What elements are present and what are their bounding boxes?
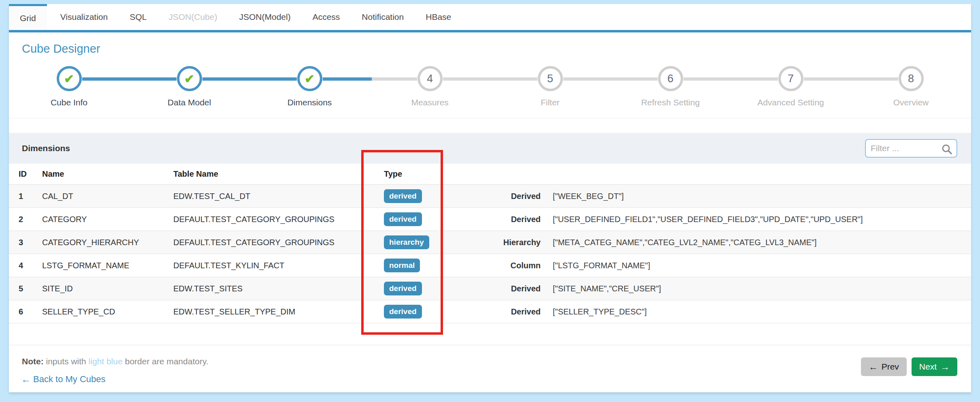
tab-json-model[interactable]: JSON(Model) [228, 4, 301, 30]
footer-divider [9, 345, 971, 345]
tab-bar: Grid Visualization SQL JSON(Cube) JSON(M… [9, 4, 971, 32]
row-kind: Derived [471, 307, 541, 316]
step-cube-info[interactable]: ✔ Cube Info [9, 66, 129, 107]
step-label: Measures [370, 98, 490, 107]
step-circle-upcoming[interactable]: 6 [658, 66, 683, 91]
step-circle-upcoming[interactable]: 7 [778, 66, 803, 91]
step-number: 8 [908, 73, 914, 85]
tab-notification[interactable]: Notification [351, 4, 415, 30]
table-row: 5 SITE_ID EDW.TEST_SITES derived Derived… [9, 277, 971, 300]
prev-button[interactable]: ← Prev [861, 357, 907, 376]
row-id: 4 [18, 261, 41, 270]
note-text-before: inputs with [44, 357, 89, 366]
back-to-my-cubes-link[interactable]: ← Back to My Cubes [21, 374, 106, 385]
dimensions-panel-header: Dimensions [9, 133, 971, 164]
wizard-stepper: ✔ Cube Info ✔ Data Model ✔ Dimensions 4 … [9, 66, 971, 107]
arrow-left-icon: ← [869, 361, 878, 372]
step-circle-upcoming[interactable]: 4 [418, 66, 443, 91]
step-label: Cube Info [9, 98, 129, 107]
step-number: 5 [547, 73, 553, 85]
row-table-name: EDW.TEST_CAL_DT [173, 192, 382, 201]
step-refresh-setting[interactable]: 6 Refresh Setting [610, 66, 731, 107]
row-kind: Derived [471, 192, 541, 201]
row-id: 1 [18, 192, 41, 201]
step-label: Advanced Setting [731, 98, 851, 107]
tab-sql[interactable]: SQL [119, 4, 158, 30]
type-badge: derived [384, 212, 422, 226]
header-id: ID [18, 169, 41, 179]
type-badge: normal [384, 259, 420, 272]
check-icon: ✔ [184, 72, 194, 86]
table-row: 3 CATEGORY_HIERARCHY DEFAULT.TEST_CATEGO… [9, 231, 971, 254]
tab-grid[interactable]: Grid [9, 4, 47, 30]
step-number: 4 [427, 73, 433, 85]
tab-access[interactable]: Access [302, 4, 351, 30]
next-button[interactable]: Next → [912, 357, 957, 376]
check-icon: ✔ [64, 72, 74, 86]
prev-button-label: Prev [882, 362, 899, 372]
row-columns: ["WEEK_BEG_DT"] [541, 192, 971, 201]
step-circle-done[interactable]: ✔ [57, 66, 82, 91]
table-row: 2 CATEGORY DEFAULT.TEST_CATEGORY_GROUPIN… [9, 208, 971, 231]
row-columns: ["SITE_NAME","CRE_USER"] [541, 284, 971, 293]
next-button-label: Next [919, 362, 937, 372]
step-dimensions[interactable]: ✔ Dimensions [249, 66, 370, 107]
check-icon: ✔ [305, 72, 315, 86]
row-table-name: DEFAULT.TEST_CATEGORY_GROUPINGS [173, 238, 382, 247]
row-name: CATEGORY_HIERARCHY [41, 238, 173, 247]
table-header-row: ID Name Table Name Type [9, 164, 971, 185]
row-name: SITE_ID [41, 284, 173, 293]
row-kind: Column [471, 261, 541, 270]
back-row: ← Back to My Cubes [9, 374, 971, 385]
tab-visualization[interactable]: Visualization [49, 4, 119, 30]
step-label: Data Model [129, 98, 249, 107]
header-table-name: Table Name [173, 169, 382, 179]
row-table-name: DEFAULT.TEST_KYLIN_FACT [173, 261, 382, 270]
row-table-name: EDW.TEST_SITES [173, 284, 382, 293]
step-filter[interactable]: 5 Filter [490, 66, 610, 107]
row-table-name: EDW.TEST_SELLER_TYPE_DIM [173, 307, 382, 316]
wizard-nav-buttons: ← Prev Next → [861, 357, 957, 376]
row-columns: ["LSTG_FORMAT_NAME"] [541, 261, 971, 270]
title-row: Cube Designer [9, 32, 971, 56]
row-kind: Hierarchy [471, 238, 541, 247]
step-number: 7 [788, 73, 794, 85]
stepper-divider [9, 118, 971, 118]
step-label: Filter [490, 98, 610, 107]
type-badge: hierarchy [384, 235, 429, 249]
step-circle-done[interactable]: ✔ [297, 66, 322, 91]
type-badge: derived [384, 189, 422, 203]
dimensions-table: ID Name Table Name Type 1 CAL_DT EDW.TES… [9, 164, 971, 323]
table-row: 4 LSTG_FORMAT_NAME DEFAULT.TEST_KYLIN_FA… [9, 254, 971, 277]
table-row: 1 CAL_DT EDW.TEST_CAL_DT derived Derived… [9, 185, 971, 208]
main-content: Grid Visualization SQL JSON(Cube) JSON(M… [9, 4, 971, 392]
step-label: Dimensions [249, 98, 370, 107]
mandatory-note: Note: inputs with light blue border are … [9, 357, 971, 366]
type-badge: derived [384, 282, 422, 295]
step-circle-upcoming[interactable]: 5 [538, 66, 563, 91]
row-name: CATEGORY [41, 215, 173, 224]
step-label: Refresh Setting [610, 98, 731, 107]
note-text-after: border are mandatory. [123, 357, 209, 366]
row-id: 5 [18, 284, 41, 293]
row-name: SELLER_TYPE_CD [41, 307, 173, 316]
step-number: 6 [667, 73, 673, 85]
note-prefix: Note: [22, 357, 44, 366]
row-columns: ["USER_DEFINED_FIELD1","USER_DEFINED_FIE… [541, 215, 971, 224]
step-circle-upcoming[interactable]: 8 [899, 66, 924, 91]
step-overview[interactable]: 8 Overview [851, 66, 971, 107]
note-highlight: light blue [89, 357, 123, 366]
filter-box [865, 139, 957, 158]
step-circle-done[interactable]: ✔ [177, 66, 202, 91]
step-measures[interactable]: 4 Measures [370, 66, 490, 107]
filter-input[interactable] [871, 140, 940, 156]
step-advanced-setting[interactable]: 7 Advanced Setting [731, 66, 851, 107]
row-kind: Derived [471, 215, 541, 224]
tab-json-cube[interactable]: JSON(Cube) [158, 4, 228, 30]
step-data-model[interactable]: ✔ Data Model [129, 66, 249, 107]
tab-hbase[interactable]: HBase [415, 4, 462, 30]
row-name: LSTG_FORMAT_NAME [41, 261, 173, 270]
arrow-right-icon: → [940, 361, 950, 372]
row-id: 6 [18, 307, 41, 316]
table-row: 6 SELLER_TYPE_CD EDW.TEST_SELLER_TYPE_DI… [9, 300, 971, 323]
